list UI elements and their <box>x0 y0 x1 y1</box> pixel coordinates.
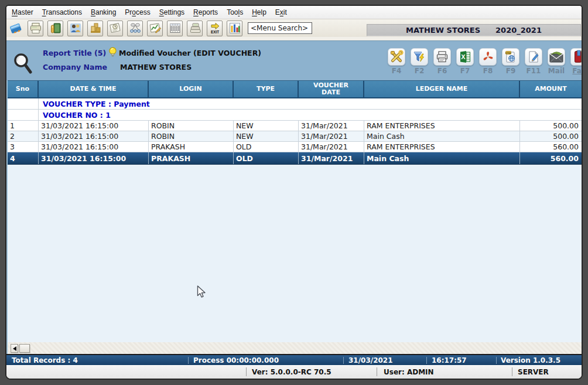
status-separator <box>343 357 344 364</box>
action-f7[interactable]: X F7 <box>456 48 474 75</box>
cell-sno: 1 <box>8 121 39 131</box>
scroll-left-button[interactable] <box>11 344 18 353</box>
menu-transactions[interactable]: Transactions <box>42 8 82 16</box>
col-login[interactable]: LOGIN <box>149 81 234 97</box>
action-f8[interactable]: F8 <box>479 48 497 75</box>
report-title-label: Report Title (5) <box>43 49 106 57</box>
cell-date-time: 31/03/2021 16:15:00 <box>39 142 149 152</box>
action-f11[interactable]: F11 <box>525 48 542 75</box>
search-icon[interactable] <box>12 53 35 80</box>
network-icon[interactable] <box>127 21 143 36</box>
footer-separator <box>377 367 377 376</box>
cell-login: ROBIN <box>149 131 234 141</box>
mail-icon[interactable] <box>548 48 565 66</box>
print-report-icon[interactable] <box>433 48 451 66</box>
action-fav[interactable]: Fav <box>570 48 583 75</box>
action-f2-label: F2 <box>415 67 425 75</box>
col-sno[interactable]: Sno <box>8 81 39 97</box>
action-f2[interactable]: F2 <box>411 48 428 75</box>
status-version: Version 1.0.3.5 <box>501 356 560 364</box>
action-f4-label: F4 <box>392 67 402 75</box>
logged-user: User: ADMIN <box>384 368 434 376</box>
action-f9-label: F9 <box>506 67 516 75</box>
cell-voucher-date: 31/Mar/2021 <box>299 152 364 164</box>
main-toolbar: EXIT MATHEW STORES 2020_2021 <box>6 19 582 37</box>
action-mail[interactable]: Mail <box>548 48 565 75</box>
col-ledger-name[interactable]: LEDGER NAME <box>364 81 520 97</box>
company-name-value: MATHEW STORES <box>120 63 192 71</box>
cell-amount: 500.00 <box>520 121 582 131</box>
menu-process[interactable]: Process <box>125 8 150 16</box>
exit-icon[interactable]: EXIT <box>207 21 223 36</box>
edit-report-icon[interactable] <box>147 21 163 36</box>
filter-icon[interactable] <box>411 48 428 66</box>
table-row-1[interactable]: 1 31/03/2021 16:15:00 ROBIN NEW 31/Mar/2… <box>8 121 582 131</box>
html-icon[interactable]: HTML <box>502 48 519 66</box>
col-amount[interactable]: AMOUNT <box>520 81 582 97</box>
cell-ledger-name: Main Cash <box>364 131 520 141</box>
action-f11-label: F11 <box>527 67 541 75</box>
edit-icon[interactable] <box>525 48 542 66</box>
menu-help[interactable]: Help <box>252 8 266 16</box>
status-separator <box>496 357 497 364</box>
pdf-icon[interactable] <box>479 48 497 66</box>
action-f8-label: F8 <box>483 67 493 75</box>
table-body: VOUCHER TYPE : Payment VOUCHER NO : 1 1 … <box>8 98 582 165</box>
group-row-voucher-type[interactable]: VOUCHER TYPE : Payment <box>8 98 582 110</box>
cell-sno: 2 <box>8 131 39 141</box>
col-voucher-date[interactable]: VOUCHER DATE <box>299 81 364 97</box>
financial-year: 2020_2021 <box>495 26 542 35</box>
menu-exit[interactable]: Exit <box>275 8 287 16</box>
cell-type: NEW <box>234 121 299 131</box>
bar-chart-icon[interactable] <box>227 21 242 36</box>
cash-register-icon[interactable] <box>187 21 203 36</box>
app-version: Ver: 5.0.0.0-RC 70.5 <box>252 368 331 376</box>
cell-ledger-name: RAM ENTERPRISES <box>364 121 520 131</box>
cell-voucher-date: 31/Mar/2021 <box>299 131 364 141</box>
action-f6[interactable]: F6 <box>433 48 451 75</box>
menu-reports[interactable]: Reports <box>193 8 218 16</box>
favorite-icon[interactable] <box>570 48 583 66</box>
action-mail-label: Mail <box>548 67 565 75</box>
col-date-time[interactable]: DATE & TIME <box>39 81 149 97</box>
cell-date-time: 31/03/2021 16:15:00 <box>39 121 149 131</box>
cash-book-icon[interactable] <box>47 21 63 36</box>
table-empty-area <box>8 165 582 342</box>
tools-icon[interactable] <box>388 48 405 66</box>
company-name-label: Company Name <box>43 63 107 71</box>
lightbulb-icon <box>108 47 118 60</box>
menu-banking[interactable]: Banking <box>91 8 116 16</box>
cell-voucher-date: 31/Mar/2021 <box>299 121 364 131</box>
table-grid-icon[interactable] <box>167 21 183 36</box>
cell-login: ROBIN <box>149 121 234 131</box>
cell-voucher-date: 31/Mar/2021 <box>299 142 364 152</box>
menu-settings[interactable]: Settings <box>159 8 184 16</box>
menu-master[interactable]: Master <box>12 8 33 16</box>
horizontal-scrollbar[interactable] <box>8 342 582 354</box>
table-row-2[interactable]: 2 31/03/2021 16:15:00 ROBIN NEW 31/Mar/2… <box>8 131 582 142</box>
group-row-voucher-no[interactable]: VOUCHER NO : 1 <box>8 110 582 121</box>
day-book-icon[interactable] <box>107 21 123 36</box>
scrollbar-thumb[interactable] <box>19 344 30 353</box>
users-icon[interactable] <box>67 21 83 36</box>
status-separator <box>426 357 427 364</box>
excel-icon[interactable]: X <box>456 48 474 66</box>
menu-search-input[interactable] <box>248 22 312 34</box>
table-row-4-selected[interactable]: 4 31/03/2021 16:15:00 PRAKASH OLD 31/Mar… <box>8 152 582 165</box>
ledger-book-icon[interactable] <box>8 21 23 36</box>
cell-login: PRAKASH <box>149 152 234 164</box>
stock-icon[interactable] <box>87 21 103 36</box>
cell-type: NEW <box>234 131 299 141</box>
svg-text:EXIT: EXIT <box>210 30 218 34</box>
cell-date-time: 31/03/2021 16:15:00 <box>39 152 149 164</box>
action-fav-label: Fav <box>572 67 583 75</box>
print-icon[interactable] <box>28 21 43 36</box>
cell-type: OLD <box>234 142 299 152</box>
col-type[interactable]: TYPE <box>234 81 299 97</box>
cell-amount: 560.00 <box>520 142 582 152</box>
menu-tools[interactable]: Tools <box>227 8 243 16</box>
action-f9[interactable]: HTML F9 <box>502 48 519 75</box>
action-f4[interactable]: F4 <box>388 48 405 75</box>
cell-ledger-name: RAM ENTERPRISES <box>364 142 520 152</box>
table-row-3[interactable]: 3 31/03/2021 16:15:00 PRAKASH OLD 31/Mar… <box>8 142 582 152</box>
